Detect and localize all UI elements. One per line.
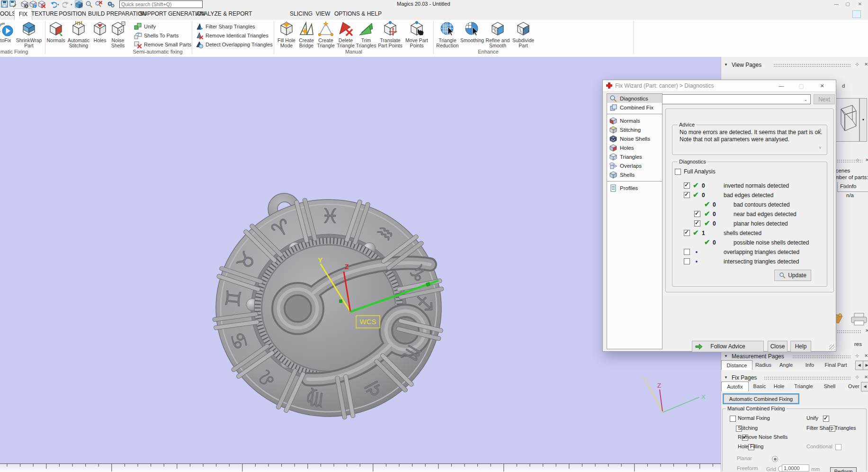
wizard-sidebar-item-noise-shells[interactable]: Noise Shells: [607, 134, 662, 143]
ribbon-list-button-unify[interactable]: Unify: [134, 22, 191, 31]
menu-tab-build-preparation[interactable]: BUILD PREPARATION: [88, 9, 137, 19]
ribbon-button-translate-part-points[interactable]: Translate Part Points: [376, 21, 404, 48]
diagnostic-checkbox[interactable]: [684, 258, 690, 264]
part-save-icon[interactable]: [29, 0, 37, 8]
menu-tab-support-generation[interactable]: SUPPORT GENERATION: [139, 9, 193, 19]
ribbon-button-delete-triangle[interactable]: Delete Triangle: [336, 21, 356, 48]
pin-icon[interactable]: ⊹: [855, 374, 859, 380]
tab-scroll-left-icon[interactable]: ◀: [861, 382, 868, 391]
checkbox-normal-fixing[interactable]: [730, 416, 736, 422]
part-gear-icon[interactable]: [21, 0, 28, 8]
ribbon-list-button-filter-sharp-triangles[interactable]: Filter Sharp Triangles: [196, 22, 273, 31]
grid-value-input[interactable]: [782, 464, 809, 472]
ribbon-button-create-triangle[interactable]: Create Triangle: [316, 21, 336, 48]
wizard-sidebar-item-combined-fix[interactable]: Combined Fix: [607, 103, 662, 112]
advice-scroll-down-icon[interactable]: ∨: [819, 145, 822, 150]
menu-tab-analyze-report[interactable]: ANALYZE & REPORT: [196, 9, 248, 19]
dialog-resize-grip[interactable]: [829, 345, 835, 350]
collapse-triangle-icon[interactable]: ▼: [724, 354, 728, 358]
update-button[interactable]: Update: [774, 270, 811, 281]
menu-tab-position[interactable]: POSITION: [59, 9, 86, 19]
view-preview-box[interactable]: [834, 98, 859, 142]
collapse-triangle-icon[interactable]: ▼: [724, 375, 728, 380]
undo-dropdown-icon[interactable]: ▾: [57, 3, 59, 7]
zoom-icon[interactable]: [85, 0, 93, 8]
fix-tab-basic[interactable]: Basic: [752, 381, 768, 391]
ribbon-button-normals[interactable]: Normals: [46, 21, 65, 43]
perform-button[interactable]: Perform: [830, 467, 857, 472]
menu-tab-ools[interactable]: OOLS: [0, 9, 12, 19]
pin-icon[interactable]: ⊹: [856, 157, 859, 163]
diagnostic-checkbox[interactable]: [684, 249, 690, 255]
close-button[interactable]: Close: [768, 341, 787, 352]
fix-tab-over[interactable]: Over: [847, 381, 860, 391]
diagnostic-checkbox[interactable]: [694, 220, 700, 227]
ribbon-button-shrinkwrap-part[interactable]: ShrinkWrap Part: [14, 21, 44, 48]
settings-gears-icon[interactable]: [107, 0, 115, 8]
checkbox-unify[interactable]: [823, 416, 829, 422]
part-remove-icon[interactable]: [38, 0, 45, 8]
printer-icon[interactable]: [850, 312, 868, 326]
ribbon-button-create-bridge[interactable]: Create Bridge: [297, 21, 316, 48]
advice-scroll-up-icon[interactable]: ∧: [819, 127, 822, 132]
pin-icon[interactable]: ⊹: [855, 62, 859, 67]
panel-close-icon[interactable]: ✕: [864, 353, 868, 358]
fix-tab-autofix[interactable]: Autofix: [721, 381, 749, 391]
ribbon-button-refine-and-smooth[interactable]: Refine and Smooth: [485, 21, 510, 48]
view-cube-icon[interactable]: [75, 0, 82, 8]
diagnostic-checkbox[interactable]: [684, 230, 690, 236]
fix-tab-triangle[interactable]: Triangle: [792, 381, 815, 391]
redo-icon[interactable]: [63, 0, 70, 8]
checkbox-conditional[interactable]: [835, 444, 841, 450]
view-preset-dropdown[interactable]: ▼: [859, 98, 867, 142]
minimize-icon[interactable]: —: [831, 0, 841, 8]
wizard-sidebar-item-shells[interactable]: Shells: [607, 170, 662, 179]
ribbon-button-noise-shells[interactable]: Noise Shells: [108, 21, 128, 48]
menu-tab-view[interactable]: VIEW: [313, 9, 332, 19]
diagnostic-checkbox[interactable]: [684, 182, 690, 189]
panel-close-icon[interactable]: ✕: [865, 157, 868, 163]
dialog-minimize-icon[interactable]: —: [776, 82, 787, 90]
ribbon-button-smoothing[interactable]: Smoothing: [459, 21, 485, 43]
wizard-sidebar-item-diagnostics[interactable]: Diagnostics: [607, 94, 662, 103]
measurement-tab-info[interactable]: Info: [803, 360, 817, 370]
ribbon-button-fill-hole-mode[interactable]: Fill Hole Mode: [276, 21, 297, 48]
dialog-maximize-icon[interactable]: ▢: [796, 82, 806, 90]
menu-tab-slicing[interactable]: SLICING: [289, 9, 313, 19]
undo-icon[interactable]: [49, 0, 57, 8]
measurement-tab-angle[interactable]: Angle: [776, 360, 796, 370]
redo-dropdown-icon[interactable]: ▾: [71, 3, 72, 7]
tab-scroll-left-icon[interactable]: ◀: [855, 361, 863, 370]
save-as-icon[interactable]: [9, 0, 17, 8]
ribbon-list-button-remove-identical-triangles[interactable]: Remove Identical Triangles: [196, 31, 273, 40]
panel-close-icon[interactable]: ✕: [864, 374, 868, 380]
follow-advice-button[interactable]: Follow Advice: [692, 341, 764, 352]
search-input[interactable]: [119, 0, 203, 8]
wizard-sidebar-item-holes[interactable]: Holes: [607, 143, 662, 152]
ribbon-list-button-shells-to-parts[interactable]: Shells To Parts: [134, 31, 191, 40]
automatic-combined-fixing-button[interactable]: Automatic Combined Fixing: [724, 394, 798, 403]
panel-close-icon[interactable]: ✕: [865, 328, 868, 333]
ribbon-options-icon[interactable]: [852, 10, 861, 18]
wizard-sidebar-item-triangles[interactable]: Triangles: [607, 152, 662, 161]
dialog-close-icon[interactable]: ✕: [817, 82, 827, 90]
ribbon-button-holes[interactable]: Holes: [92, 21, 108, 43]
menu-tab-options-help[interactable]: OPTIONS & HELP: [334, 9, 378, 19]
measurement-tab-distance[interactable]: Distance: [721, 360, 752, 370]
ribbon-button-move-part-points[interactable]: Move Part Points: [404, 21, 430, 48]
ribbon-button-subdivide-part[interactable]: Subdivide Part: [510, 21, 536, 48]
unzoom-icon[interactable]: [95, 0, 102, 8]
menu-tab-fix[interactable]: FIX: [14, 9, 32, 20]
wizard-sidebar-item-overlaps[interactable]: Overlaps: [607, 161, 662, 170]
wizard-sidebar-item-normals[interactable]: Normals: [607, 116, 662, 125]
wizard-sidebar-item-stitching[interactable]: Stitching: [607, 125, 662, 134]
collapse-triangle-icon[interactable]: ▼: [724, 63, 728, 67]
diagnostic-checkbox[interactable]: [684, 192, 690, 198]
help-button[interactable]: Help: [790, 341, 811, 352]
maximize-icon[interactable]: ▢: [842, 0, 853, 8]
fix-tab-hole[interactable]: Hole: [772, 381, 786, 391]
diagnostic-checkbox[interactable]: [694, 211, 700, 217]
close-icon[interactable]: ✕: [855, 0, 865, 8]
full-analysis-checkbox[interactable]: [675, 169, 681, 175]
tab-scroll-right-icon[interactable]: ▶: [863, 361, 868, 370]
